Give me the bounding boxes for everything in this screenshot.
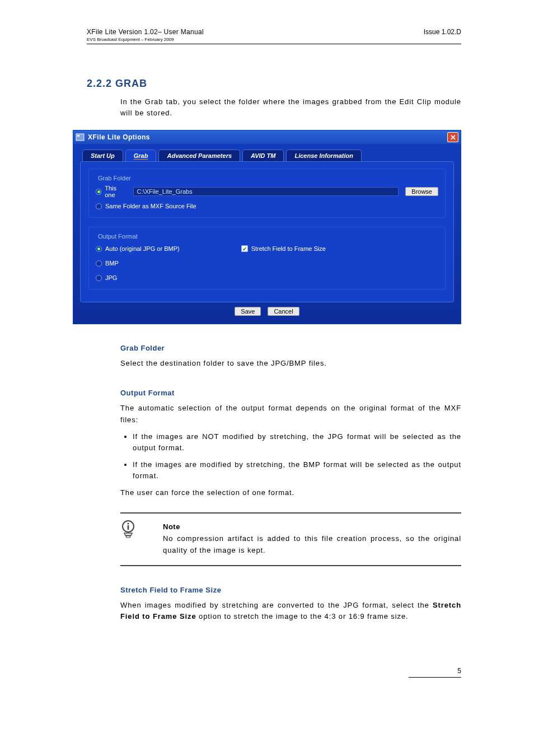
close-icon[interactable]: ✕	[447, 132, 458, 142]
checkbox-stretch[interactable]: ✔	[241, 245, 248, 252]
radio-same-folder[interactable]	[96, 203, 102, 209]
header-subtitle: EVS Broadcast Equipment – February 2009	[87, 37, 204, 42]
legend-grab-folder: Grab Folder	[96, 175, 133, 181]
note-icon	[120, 520, 136, 541]
save-button[interactable]: Save	[235, 307, 261, 316]
fieldset-grab-folder: Grab Folder This one Browse Same Folder …	[88, 169, 446, 218]
note-text: No compression artifact is added to this…	[163, 533, 461, 556]
dialog-title: XFile Lite Options	[88, 133, 447, 141]
list-item: If the images are modified by stretching…	[133, 459, 461, 482]
page-number: 5	[0, 667, 461, 677]
page-header: XFile Lite Version 1.02– User Manual EVS…	[0, 0, 534, 42]
radio-auto-label: Auto (original JPG or BMP)	[105, 245, 180, 252]
section-heading-grab: 2.2.2 GRAB	[87, 78, 461, 90]
grab-path-input[interactable]	[133, 187, 399, 196]
tab-advanced[interactable]: Advanced Parameters	[158, 150, 240, 161]
svg-point-3	[127, 523, 129, 525]
radio-bmp-label: BMP	[105, 260, 119, 267]
header-title: XFile Lite Version 1.02– User Manual	[87, 28, 204, 36]
cancel-button[interactable]: Cancel	[268, 307, 299, 316]
radio-jpg-label: JPG	[105, 274, 117, 281]
subsection-grab-folder: Grab Folder	[120, 344, 461, 352]
stretch-text-1: When images modified by stretching are c…	[120, 601, 433, 609]
radio-jpg[interactable]	[96, 275, 102, 281]
output-format-footer: The user can force the selection of one …	[120, 487, 461, 498]
note-block: Note No compression artifact is added to…	[120, 514, 461, 564]
radio-auto[interactable]	[96, 246, 102, 252]
fieldset-output-format: Output Format Auto (original JPG or BMP)…	[88, 227, 446, 290]
dialog-actions: Save Cancel	[80, 307, 454, 316]
radio-this-one[interactable]	[96, 189, 101, 195]
svg-rect-0	[76, 134, 84, 141]
legend-output-format: Output Format	[96, 233, 140, 240]
grab-folder-text: Select the destination folder to save th…	[120, 358, 461, 369]
radio-same-folder-label: Same Folder as MXF Source File	[105, 203, 196, 209]
list-item: If the images are NOT modified by stretc…	[133, 431, 461, 454]
tab-grab[interactable]: Grab	[125, 150, 157, 161]
tab-panel-grab: Grab Folder This one Browse Same Folder …	[80, 161, 454, 302]
options-dialog: XFile Lite Options ✕ Start Up Grab Advan…	[73, 130, 461, 324]
stretch-text: When images modified by stretching are c…	[120, 600, 461, 622]
tab-startup[interactable]: Start Up	[82, 150, 123, 161]
header-rule	[87, 44, 461, 44]
subsection-stretch: Stretch Field to Frame Size	[120, 586, 461, 594]
app-icon	[76, 133, 85, 142]
intro-text: In the Grab tab, you select the folder w…	[120, 96, 461, 119]
note-heading: Note	[163, 522, 461, 531]
subsection-output-format: Output Format	[120, 389, 461, 397]
footer-rule	[409, 677, 461, 678]
browse-button[interactable]: Browse	[405, 187, 438, 196]
checkbox-stretch-label: Stretch Field to Frame Size	[251, 245, 326, 252]
output-format-intro: The automatic selection of the output fo…	[120, 403, 461, 425]
stretch-text-2: option to stretch the image to the 4:3 o…	[196, 612, 409, 620]
header-issue: Issue 1.02.D	[424, 28, 461, 42]
tab-license[interactable]: License Information	[286, 150, 362, 161]
tabstrip: Start Up Grab Advanced Parameters AVID T…	[80, 150, 454, 161]
svg-rect-1	[77, 135, 79, 137]
radio-this-one-label: This one	[105, 185, 126, 198]
radio-bmp[interactable]	[96, 260, 102, 267]
tab-avid[interactable]: AVID TM	[242, 150, 284, 161]
note-rule-bottom	[120, 565, 461, 566]
output-format-list: If the images are NOT modified by stretc…	[120, 431, 461, 482]
svg-rect-4	[128, 525, 129, 530]
titlebar: XFile Lite Options ✕	[73, 130, 461, 144]
